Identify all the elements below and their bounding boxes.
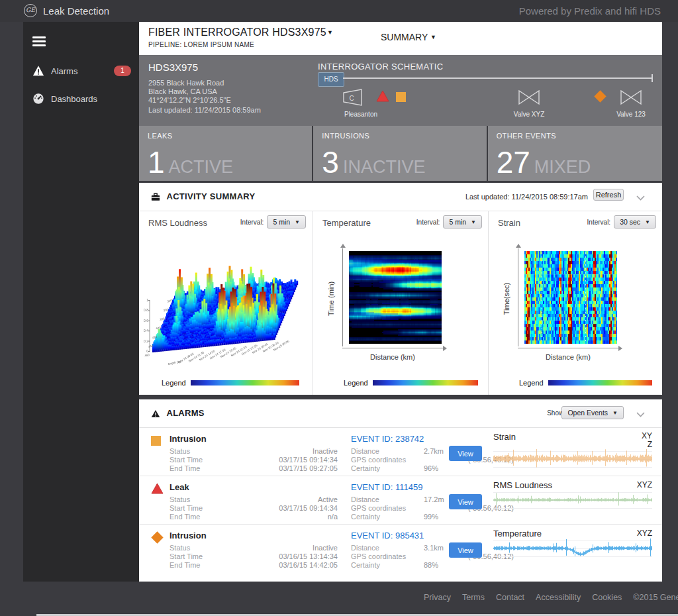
alarms-count-badge: 1 <box>114 66 131 76</box>
legend-colorbar <box>373 380 478 385</box>
schematic-node-label: Pleasanton <box>331 111 391 118</box>
leak-triangle-marker[interactable] <box>376 90 389 105</box>
valve-123-icon[interactable] <box>620 89 642 108</box>
footer: PrivacyTermsContactAccessibilityCookies©… <box>424 593 678 602</box>
x-axis-label: Distance (km) <box>518 353 618 361</box>
stat-value: 27 <box>497 145 530 180</box>
alarms-header: ALARMS Show: Open Events▼ <box>139 399 662 428</box>
ge-logo-icon: GE <box>24 4 37 17</box>
legend-colorbar <box>191 380 299 385</box>
legend-colorbar <box>548 380 652 385</box>
alarm-row[interactable]: Intrusion Status Start Time End Time Ina… <box>139 525 662 572</box>
stat-value: 1 <box>148 145 165 180</box>
hamburger-menu-icon[interactable] <box>32 36 46 46</box>
sidebar-item-alarms[interactable]: Alarms 1 <box>23 60 139 83</box>
stat-label: LEAKS <box>148 132 172 140</box>
device-info-band: HDS3X975 2955 Black Hawk Road Black Hawk… <box>139 55 662 126</box>
sidebar: Alarms 1 Dashboards <box>23 22 139 582</box>
pump-station-icon[interactable]: C <box>342 88 367 111</box>
svg-text:C: C <box>349 95 354 102</box>
stat-tile-other-events[interactable]: OTHER EVENTS 27MIXED <box>488 126 662 181</box>
alarm-row[interactable]: Intrusion Status Start Time End Time Ina… <box>139 428 662 476</box>
hds-node[interactable]: HDS <box>318 72 344 87</box>
footer-link-privacy[interactable]: Privacy <box>424 593 451 602</box>
alarm-field-labels: Distance GPS coordinates Certainty <box>351 495 406 521</box>
footer-link-cookies[interactable]: Cookies <box>592 593 622 602</box>
intrusion-square-icon <box>151 435 163 446</box>
interval-select[interactable]: 5 min▼ <box>443 215 482 229</box>
intrusion-square-marker[interactable] <box>396 92 406 102</box>
sparkline-series: XYZ <box>637 529 652 538</box>
alarm-type: Intrusion <box>170 434 207 444</box>
stat-tile-leaks[interactable]: LEAKS 1ACTIVE <box>139 126 312 181</box>
footer-link-accessibility[interactable]: Accessibility <box>536 593 581 602</box>
y-axis-label: Time(sec) <box>503 259 510 338</box>
footer-link-contact[interactable]: Contact <box>496 593 524 602</box>
collapse-chevron-icon[interactable] <box>636 191 645 203</box>
view-button[interactable]: View <box>449 542 482 558</box>
panel-title: Temperature <box>322 218 371 228</box>
valve-xyz-icon[interactable] <box>518 89 540 108</box>
pipeline-line <box>343 77 653 79</box>
x-axis <box>342 348 443 348</box>
panel-title: RMS Loudness <box>148 218 207 228</box>
sparkline-series: XYZ <box>637 480 652 489</box>
alarms-title: ALARMS <box>151 408 205 418</box>
device-address-line2: Black Hawk, CA USA <box>148 87 217 95</box>
page-title[interactable]: FIBER INTERROGATOR HDS3X975▼ <box>148 26 333 38</box>
sidebar-item-dashboards[interactable]: Dashboards <box>23 88 139 111</box>
view-selector[interactable]: SUMMARY ▼ <box>381 32 436 42</box>
schematic-node-label: Valve XYZ <box>499 111 559 118</box>
stat-tile-intrusions[interactable]: INTRUSIONS 3INACTIVE <box>313 126 486 181</box>
legend-label: Legend <box>162 379 186 387</box>
view-button[interactable]: View <box>449 446 482 461</box>
event-id-link[interactable]: EVENT ID: 238742 <box>351 434 424 444</box>
sparkline-title: Strain <box>493 432 516 442</box>
warning-triangle-icon <box>32 65 44 77</box>
stat-status: INACTIVE <box>343 157 426 178</box>
alarm-row[interactable]: Leak Status Start Time End Time Active 0… <box>139 476 662 525</box>
intrusion-diamond-icon <box>151 531 163 543</box>
stat-tiles: LEAKS 1ACTIVE INTRUSIONS 3INACTIVE OTHER… <box>139 126 662 181</box>
legend-label: Legend <box>344 379 368 387</box>
activity-summary-header: ACTIVITY SUMMARY Last updated: 11/24/201… <box>139 183 662 211</box>
show-events-select[interactable]: Open Events▼ <box>561 406 624 419</box>
rms-loudness-3d-chart <box>142 240 309 365</box>
alarm-field-labels: Distance GPS coordinates Certainty <box>351 544 406 570</box>
stat-label: INTRUSIONS <box>322 132 369 140</box>
leak-triangle-icon <box>151 483 163 495</box>
interval-label: Interval: <box>416 219 440 226</box>
chevron-down-icon: ▼ <box>645 219 650 225</box>
alarm-field-labels: Status Start Time End Time <box>170 447 203 473</box>
schematic-title: INTERROGATOR SCHEMATIC <box>318 62 443 72</box>
stat-status: ACTIVE <box>169 157 234 178</box>
alarm-field-labels: Distance GPS coordinates Certainty <box>351 447 406 473</box>
strain-heatmap <box>524 251 617 344</box>
chevron-down-icon: ▼ <box>295 219 300 225</box>
event-id-link[interactable]: EVENT ID: 111459 <box>351 482 422 492</box>
temperature-sparkline <box>493 539 652 558</box>
panel-rms-loudness: RMS Loudness Interval: 5 min▼ Legend <box>139 211 313 395</box>
chevron-down-icon: ▼ <box>612 410 618 416</box>
alarm-field-values: Inactive 03/16/15 13:14:34 03/16/15 14:4… <box>245 544 338 570</box>
collapse-chevron-icon[interactable] <box>636 408 645 420</box>
alarm-sparkline-block: RMS Loudness XYZ <box>493 480 652 510</box>
briefcase-icon <box>151 193 160 201</box>
alarm-field-labels: Status Start Time End Time <box>170 544 203 570</box>
view-button[interactable]: View <box>449 494 482 509</box>
x-axis <box>518 348 618 348</box>
alarm-type: Intrusion <box>170 531 207 540</box>
activity-panels: RMS Loudness Interval: 5 min▼ Legend Tem… <box>139 211 662 395</box>
refresh-button[interactable]: Refresh <box>593 189 624 201</box>
alarm-field-values: Active 03/17/15 09:14:34 n/a <box>245 495 338 521</box>
x-axis-arrow <box>443 346 447 351</box>
stat-status: MIXED <box>534 157 591 178</box>
sidebar-item-label: Alarms <box>51 66 77 76</box>
footer-link-terms[interactable]: Terms <box>462 593 485 602</box>
interval-select[interactable]: 5 min▼ <box>267 215 306 229</box>
device-last-updated: Last updated: 11/24/2015 08:59am <box>148 106 261 114</box>
interval-select[interactable]: 30 sec▼ <box>614 215 656 229</box>
intrusion-diamond-marker[interactable] <box>594 90 606 102</box>
panel-title: Strain <box>498 218 520 228</box>
event-id-link[interactable]: EVENT ID: 985431 <box>351 531 424 540</box>
